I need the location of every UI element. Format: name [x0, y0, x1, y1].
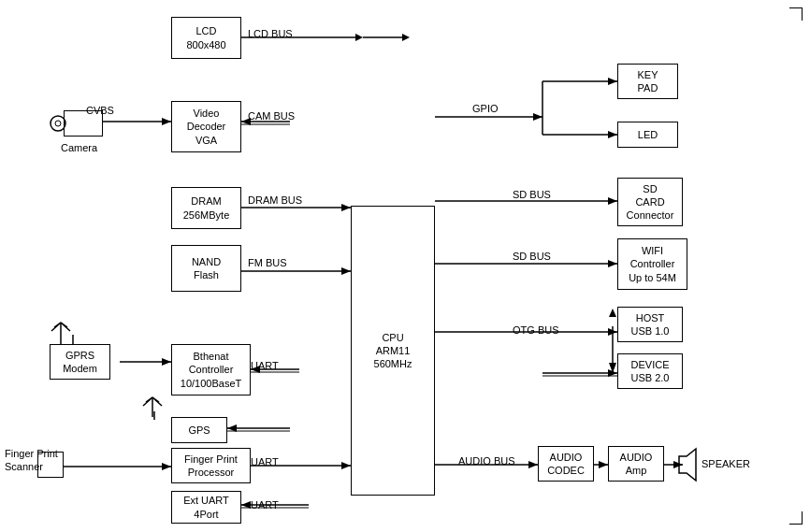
- ext-uart-box: Ext UART 4Port: [171, 491, 241, 524]
- svg-line-65: [146, 397, 152, 402]
- dram-label: DRAM 256MByte: [183, 194, 230, 222]
- svg-marker-31: [608, 197, 617, 205]
- ext-uart-label: Ext UART 4Port: [183, 494, 229, 521]
- otg-bus-label: OTG BUS: [513, 324, 559, 336]
- svg-line-66: [152, 397, 159, 402]
- speaker-icon: [675, 447, 702, 482]
- sd-card-label: SD CARD Connector: [627, 182, 674, 223]
- ethernet-label: Bthenat Controller 10/100BaseT: [181, 350, 241, 390]
- svg-marker-41: [608, 369, 617, 377]
- svg-point-68: [55, 121, 61, 126]
- svg-marker-23: [533, 113, 542, 121]
- cpu-label: CPU ARM11 560MHz: [374, 331, 412, 371]
- gps-label: GPS: [188, 424, 210, 437]
- svg-marker-37: [609, 309, 616, 317]
- speaker-label: SPEAKER: [702, 458, 750, 469]
- video-decoder-label: Video Decoder VGA: [187, 107, 226, 147]
- svg-marker-27: [608, 131, 617, 138]
- led-label: LED: [638, 128, 658, 141]
- lcd-box: LCD 800x480: [171, 17, 241, 59]
- svg-marker-3: [402, 34, 410, 41]
- camera-lens-icon: [49, 112, 67, 135]
- nand-box: NAND Flash: [171, 245, 241, 292]
- ethernet-box: Bthenat Controller 10/100BaseT: [171, 344, 251, 395]
- svg-line-61: [61, 323, 67, 327]
- camera-text-label: Camera: [61, 142, 97, 153]
- fingerprint-proc-label: Finger Print Processor: [184, 453, 238, 480]
- gps-antenna-icon: [138, 393, 166, 419]
- audio-codec-label: AUDIO CODEC: [547, 451, 585, 478]
- sd-bus1-label: SD BUS: [513, 189, 551, 200]
- video-decoder-box: Video Decoder VGA: [171, 101, 241, 152]
- svg-point-67: [51, 116, 65, 131]
- device-usb-box: DEVICE USB 2.0: [617, 353, 683, 389]
- svg-marker-10: [341, 267, 351, 275]
- dram-box: DRAM 256MByte: [171, 187, 241, 229]
- dram-bus-label: DRAM BUS: [248, 194, 302, 206]
- corner-top-right: [789, 7, 803, 21]
- svg-marker-35: [608, 328, 617, 336]
- svg-marker-16: [227, 424, 237, 432]
- svg-marker-21: [241, 501, 251, 509]
- gps-box: GPS: [171, 417, 227, 443]
- audio-codec-box: AUDIO CODEC: [538, 446, 594, 482]
- device-usb-label: DEVICE USB 2.0: [631, 358, 670, 385]
- wifi-label: WIFI Controller Up to 54M: [629, 244, 676, 284]
- svg-marker-1: [355, 34, 363, 41]
- svg-marker-45: [599, 461, 608, 468]
- gpio-label: GPIO: [472, 103, 499, 114]
- diagram: LCD 800x480 Video Decoder VGA DRAM 256MB…: [0, 0, 810, 532]
- svg-marker-43: [528, 461, 538, 468]
- uart2-label: UART: [251, 456, 279, 467]
- svg-marker-54: [162, 463, 171, 470]
- wifi-box: WIFI Controller Up to 54M: [617, 238, 687, 290]
- keypad-label: KEY PAD: [637, 68, 658, 95]
- svg-marker-33: [608, 260, 617, 267]
- finger-print-scanner-label: Finger Print Scanner: [5, 447, 58, 474]
- corner-bottom-right: [789, 511, 803, 525]
- audio-amp-label: AUDIO Amp: [620, 451, 653, 478]
- svg-line-60: [54, 323, 61, 327]
- svg-marker-56: [679, 449, 696, 481]
- uart1-label: UART: [251, 360, 279, 371]
- host-usb-box: HOST USB 1.0: [617, 307, 683, 342]
- lcd-label: LCD 800x480: [186, 24, 225, 51]
- svg-marker-52: [162, 118, 171, 125]
- cpu-box: CPU ARM11 560MHz: [351, 206, 435, 496]
- audio-bus-label: AUDIO BUS: [458, 455, 515, 467]
- svg-marker-38: [609, 363, 616, 373]
- svg-marker-25: [608, 78, 617, 85]
- led-box: LED: [617, 122, 678, 148]
- lcd-bus-label: LCD BUS: [248, 28, 293, 39]
- sd-card-box: SD CARD Connector: [617, 178, 683, 226]
- host-usb-label: HOST USB 1.0: [631, 311, 670, 338]
- cam-bus-label: CAM BUS: [248, 110, 295, 122]
- gprs-modem-label: GPRS Modem: [63, 349, 97, 376]
- gprs-modem-box: GPRS Modem: [50, 344, 110, 380]
- sd-bus2-label: SD BUS: [513, 251, 551, 262]
- cvbs-label: CVBS: [86, 105, 114, 116]
- keypad-box: KEY PAD: [617, 64, 678, 99]
- nand-label: NAND Flash: [192, 255, 221, 282]
- svg-marker-8: [341, 204, 351, 211]
- fm-bus-label: FM BUS: [248, 257, 287, 268]
- fingerprint-proc-box: Finger Print Processor: [171, 448, 251, 483]
- gprs-antenna-icon: [47, 318, 75, 346]
- svg-marker-18: [341, 462, 351, 469]
- uart3-label: UART: [251, 499, 279, 510]
- svg-marker-50: [162, 358, 171, 366]
- audio-amp-box: AUDIO Amp: [608, 446, 664, 482]
